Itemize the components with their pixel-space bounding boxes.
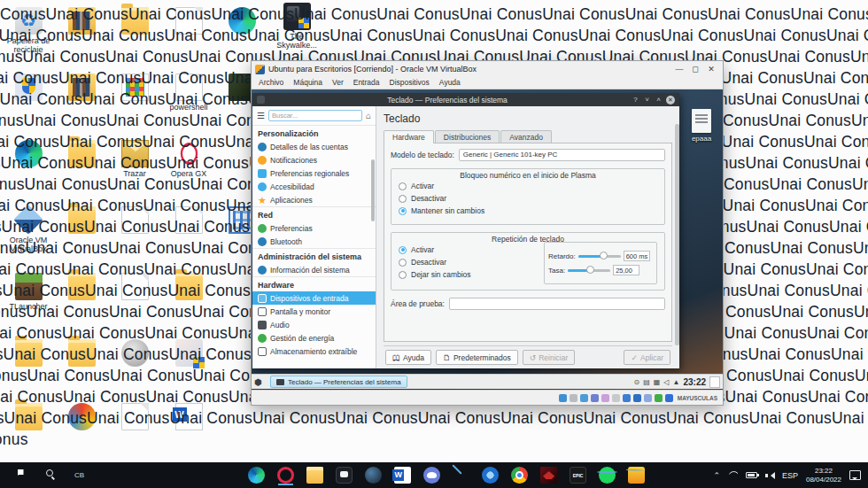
- desktop-icon-vbox[interactable]: Oracle VM VirtualBox: [2, 206, 55, 253]
- taskbar-icon-orange-app[interactable]: [628, 467, 645, 484]
- desktop-icon-recycle[interactable]: Papelera de reciclaje: [2, 7, 55, 54]
- volume-icon[interactable]: [765, 471, 774, 480]
- desktop-icon-word[interactable]: [162, 403, 215, 432]
- desktop-icon-winrar[interactable]: [108, 339, 161, 368]
- search-input[interactable]: Buscar...: [268, 110, 362, 121]
- desktop-icon-file[interactable]: powershell: [162, 74, 215, 112]
- sidebar-item-star[interactable]: ★Aplicaciones: [252, 193, 376, 206]
- epaaa-desktop-file[interactable]: epaaa: [682, 109, 721, 143]
- vm-status-icon[interactable]: [612, 394, 620, 402]
- taskbar-icon-blue-app[interactable]: [482, 467, 499, 484]
- vm-status-icon[interactable]: [580, 394, 588, 402]
- sidebar-item-storage[interactable]: Almacenamiento extraíble: [252, 345, 376, 358]
- menu-dispositivos[interactable]: Dispositivos: [390, 77, 430, 89]
- desktop-icon-folder[interactable]: [162, 273, 215, 302]
- tab-distribuciones[interactable]: Distribuciones: [435, 130, 500, 143]
- desktop-icon-tiles[interactable]: [108, 74, 161, 103]
- desktop-icon-file[interactable]: [162, 206, 215, 236]
- taskbar-entry-keyboard[interactable]: Teclado — Preferencias del sistema: [270, 376, 407, 388]
- desktop-icon-shield[interactable]: [2, 74, 55, 103]
- desktop-icon-minecraft[interactable]: TLauncher: [2, 273, 55, 311]
- sidebar-item-account[interactable]: Detalles de las cuentas: [252, 140, 376, 153]
- desktop-icon-folder[interactable]: [55, 273, 108, 302]
- desktop-icon-envelope[interactable]: Trazar: [108, 140, 161, 178]
- taskbar-icon-chrome[interactable]: [511, 467, 528, 484]
- kde-clock[interactable]: 23:22: [683, 377, 706, 387]
- content-scrollbar[interactable]: [675, 124, 679, 345]
- taskbar-icon-discord[interactable]: [423, 467, 440, 484]
- radio-activar[interactable]: Activar: [399, 182, 657, 190]
- minimize-titlebar-button[interactable]: ˅: [641, 96, 653, 104]
- vm-status-icon[interactable]: [633, 394, 641, 402]
- help-titlebar-button[interactable]: ?: [630, 96, 641, 104]
- sidebar-item-energy[interactable]: Gestión de energía: [252, 331, 376, 345]
- hidden-icons-chevron[interactable]: ⌃: [713, 471, 720, 480]
- menu-ver[interactable]: Ver: [332, 77, 344, 89]
- taskbar-icon-chat-app[interactable]: [336, 467, 353, 484]
- language-indicator[interactable]: ESP: [782, 471, 798, 480]
- tray-arrow-icon[interactable]: ▲: [673, 378, 680, 386]
- taskbar-icon-steam[interactable]: [365, 467, 382, 484]
- taskbar-icon-word[interactable]: [394, 467, 411, 484]
- desktop-icon-folderbooks[interactable]: [55, 7, 108, 36]
- close-button[interactable]: ✕: [703, 62, 719, 76]
- minimize-button[interactable]: —: [671, 62, 687, 76]
- kde-tray-icon[interactable]: ▦: [654, 378, 661, 386]
- tab-hardware[interactable]: Hardware: [384, 130, 434, 143]
- menu-ayuda[interactable]: Ayuda: [439, 77, 461, 89]
- radio-desactivar[interactable]: Desactivar: [399, 194, 657, 203]
- tab-avanzado[interactable]: Avanzado: [500, 130, 552, 143]
- sidebar-item-access[interactable]: Accesibilidad: [252, 180, 376, 193]
- delay-slider[interactable]: [578, 255, 621, 258]
- maximize-titlebar-button[interactable]: ˄: [653, 96, 664, 104]
- start-button[interactable]: [0, 462, 35, 488]
- hamburger-icon[interactable]: ☰: [257, 111, 265, 120]
- defaults-button[interactable]: 🗋Predeterminados: [436, 350, 518, 365]
- vm-status-icon[interactable]: [601, 394, 609, 402]
- vm-status-icon[interactable]: [559, 394, 567, 402]
- desktop-icon-folder[interactable]: [55, 339, 108, 368]
- desktop-icon-operagx[interactable]: Opera GX: [162, 140, 215, 178]
- wifi-icon[interactable]: [728, 471, 738, 479]
- taskbar-icon-spotify[interactable]: [599, 467, 616, 484]
- menu-entrada[interactable]: Entrada: [353, 77, 380, 89]
- desktop-icon-file[interactable]: [108, 206, 161, 236]
- rate-spinbox[interactable]: 25,00: [613, 265, 639, 275]
- vm-status-icon[interactable]: [655, 394, 663, 402]
- desktop-icon-folder[interactable]: [55, 206, 108, 236]
- sidebar-item-regional[interactable]: Preferencias regionales: [252, 167, 376, 180]
- desktop-icon-folder[interactable]: [2, 339, 55, 368]
- desktop-icon-genshin[interactable]: [162, 339, 215, 368]
- taskbar-search-button[interactable]: [35, 462, 66, 488]
- maximize-button[interactable]: ◻: [687, 62, 703, 76]
- desktop-icon-swirl[interactable]: [55, 403, 108, 432]
- kde-tray-icon[interactable]: ◁: [663, 378, 669, 386]
- kde-titlebar[interactable]: Teclado — Preferencias del sistema ? ˅ ˄…: [252, 93, 679, 106]
- desktop-icon-file[interactable]: [162, 7, 215, 36]
- sidebar-item-audio[interactable]: Audio: [252, 318, 376, 331]
- sidebar-item-info[interactable]: Información del sistema: [252, 263, 376, 276]
- taskbar-icon-edge[interactable]: [248, 467, 265, 484]
- virtualbox-titlebar[interactable]: Ubuntu para Escritorios [Corriendo] - Or…: [252, 61, 723, 77]
- menu-archivo[interactable]: Archivo: [259, 77, 283, 89]
- desktop-icon-lego[interactable]: The Skywalke...: [270, 3, 323, 50]
- home-icon[interactable]: ⌂: [366, 111, 371, 120]
- sidebar-item-bluetooth[interactable]: Bluetooth: [252, 235, 376, 248]
- sidebar-item-globe[interactable]: Preferencias: [252, 221, 376, 235]
- reset-button[interactable]: ↺Reiniciar: [523, 350, 576, 365]
- taskbar-icon-opera[interactable]: [277, 467, 294, 484]
- delay-spinbox[interactable]: 600 ms: [624, 251, 650, 261]
- sidebar-item-keyboard[interactable]: Dispositivos de entrada: [252, 291, 376, 305]
- desktop-icon-edge[interactable]: [215, 7, 268, 36]
- radio-activar[interactable]: Activar: [399, 245, 544, 254]
- radio-dejar-sin-cambios[interactable]: Dejar sin cambios: [399, 270, 544, 279]
- taskbar-icon-red-game[interactable]: [540, 467, 557, 484]
- vm-status-icon[interactable]: [644, 394, 652, 402]
- radio-desactivar[interactable]: Desactivar: [399, 258, 544, 267]
- show-desktop-button[interactable]: [709, 376, 720, 388]
- help-button[interactable]: 🕮Ayuda: [385, 350, 431, 365]
- desktop-icon-folder[interactable]: [2, 403, 55, 432]
- app-launcher-icon[interactable]: [254, 376, 267, 388]
- sidebar-item-bell[interactable]: Notificaciones: [252, 153, 376, 167]
- taskbar-icon-virtualbox[interactable]: [453, 467, 469, 484]
